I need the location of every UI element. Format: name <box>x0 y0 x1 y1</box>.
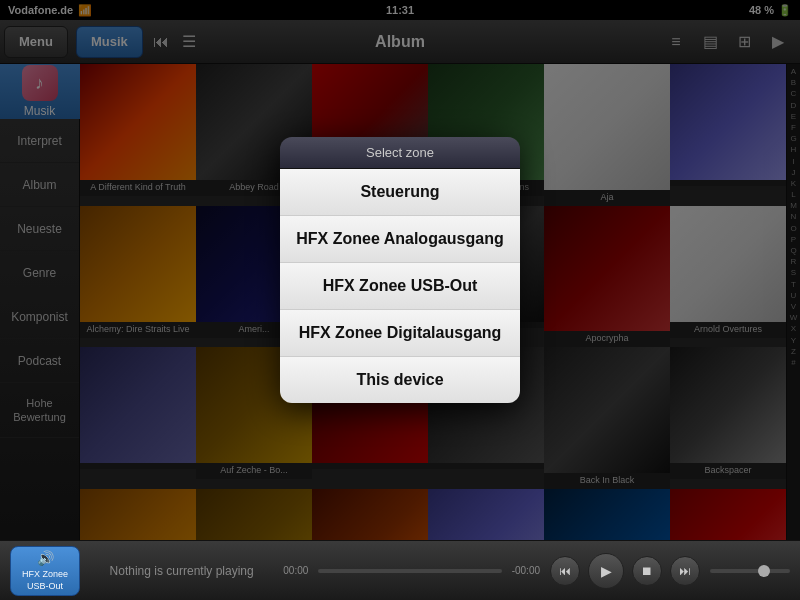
volume-slider[interactable] <box>710 569 790 573</box>
zone-option-this-device[interactable]: This device <box>280 357 520 403</box>
modal-overlay[interactable]: Select zone SteuerungHFX Zonee Analogaus… <box>0 0 800 540</box>
next-button[interactable]: ⏭ <box>670 556 700 586</box>
prev-button[interactable]: ⏮ <box>550 556 580 586</box>
zone-modal: Select zone SteuerungHFX Zonee Analogaus… <box>280 137 520 403</box>
volume-knob <box>758 565 770 577</box>
zone-icon: 🔊 <box>37 549 54 567</box>
zone-label: HFX Zonee USB-Out <box>11 569 79 592</box>
progress-bar[interactable] <box>318 569 501 573</box>
zone-option-hfx-analog[interactable]: HFX Zonee Analogausgang <box>280 216 520 263</box>
zone-options-list: SteuerungHFX Zonee AnalogausgangHFX Zone… <box>280 169 520 403</box>
zone-button[interactable]: 🔊 HFX Zonee USB-Out <box>10 546 80 596</box>
stop-button[interactable]: ⏹ <box>632 556 662 586</box>
zone-option-hfx-digital[interactable]: HFX Zonee Digitalausgang <box>280 310 520 357</box>
bottom-bar: 🔊 HFX Zonee USB-Out Nothing is currently… <box>0 540 800 600</box>
zone-modal-header: Select zone <box>280 137 520 169</box>
zone-option-hfx-usb[interactable]: HFX Zonee USB-Out <box>280 263 520 310</box>
time-end: -00:00 <box>512 565 540 576</box>
transport-controls: ⏮ ▶ ⏹ ⏭ <box>550 553 700 589</box>
now-playing: Nothing is currently playing <box>90 564 273 578</box>
play-button[interactable]: ▶ <box>588 553 624 589</box>
time-start: 00:00 <box>283 565 308 576</box>
zone-option-steuerung[interactable]: Steuerung <box>280 169 520 216</box>
